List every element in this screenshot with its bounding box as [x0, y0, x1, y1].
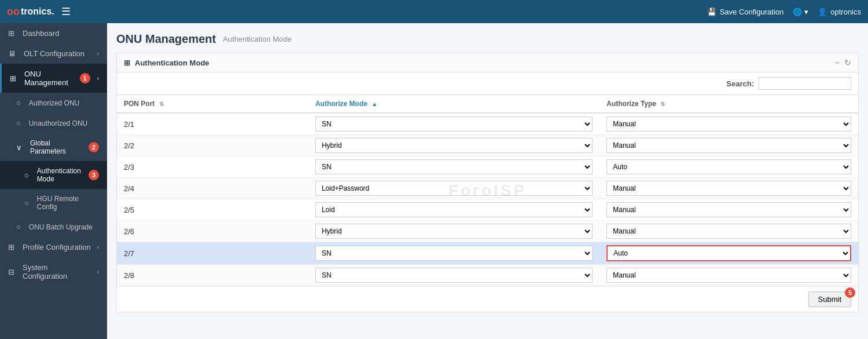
cell-authorize-type: ManualAuto — [599, 221, 858, 242]
cell-authorize-type: ManualAuto — [599, 178, 858, 199]
sidebar-item-onu-mgmt[interactable]: ⊞ ONU Management 1 ‹ — [0, 64, 107, 93]
card-title: ⊞ Authentication Mode — [124, 59, 209, 67]
sidebar-label-dashboard: Dashboard — [23, 29, 60, 38]
page-header: ONU Management Authentication Mode — [116, 32, 859, 46]
sidebar-label-hgu-remote: HGU Remote Config — [37, 195, 99, 211]
authorize-mode-select[interactable]: SNHybridLoidLoid+PasswordSN+Loid — [315, 246, 593, 261]
table-row: 2/7SNHybridLoidLoid+PasswordSN+LoidManua… — [117, 242, 858, 265]
cell-authorize-type: ManualAuto — [599, 199, 858, 221]
refresh-button[interactable]: ↻ — [844, 58, 851, 67]
submit-button[interactable]: Submit 5 — [808, 291, 851, 307]
cell-pon-port: 2/4 — [117, 178, 308, 199]
table-row: 2/4SNHybridLoidLoid+PasswordSN+LoidManua… — [117, 178, 858, 199]
profile-config-icon: ⊞ — [8, 243, 14, 251]
sidebar-item-system-config[interactable]: ⊟ System Configuration ‹ — [0, 257, 107, 286]
authorize-mode-sort-icon: ▲ — [372, 101, 377, 107]
sidebar-label-olt: OLT Configuration — [24, 49, 84, 58]
authorize-mode-select[interactable]: SNHybridLoidLoid+PasswordSN+Loid — [315, 138, 593, 153]
table-row: 2/3SNHybridLoidLoid+PasswordSN+LoidManua… — [117, 156, 858, 178]
system-config-chevron-icon: ‹ — [97, 269, 99, 275]
authorized-onu-icon: ○ — [16, 99, 21, 107]
table-wrapper: ForoISP PON Port ⇅ Authorize Mode ▲ — [117, 95, 858, 286]
global-params-badge: 2 — [89, 142, 99, 152]
search-label: Search: — [726, 79, 754, 88]
cell-authorize-mode: SNHybridLoidLoid+PasswordSN+Loid — [308, 242, 599, 265]
save-label: Save Configuration — [720, 8, 784, 16]
col-pon-port-label: PON Port — [124, 100, 155, 108]
cell-pon-port: 2/5 — [117, 199, 308, 221]
sidebar-item-profile-config[interactable]: ⊞ Profile Configuration ‹ — [0, 237, 107, 257]
profile-config-chevron-icon: ‹ — [97, 244, 99, 250]
cell-authorize-type: ManualAuto — [599, 135, 858, 156]
auth-mode-icon: ○ — [24, 171, 29, 180]
sidebar-item-dashboard[interactable]: ⊞ Dashboard — [0, 23, 107, 43]
pon-port-sort-icon: ⇅ — [159, 101, 164, 107]
submit-area: Submit 5 — [117, 286, 858, 312]
cell-pon-port: 2/3 — [117, 156, 308, 178]
authorize-mode-select[interactable]: SNHybridLoidLoid+PasswordSN+Loid — [315, 159, 593, 174]
table-row: 2/8SNHybridLoidLoid+PasswordSN+LoidManua… — [117, 265, 858, 286]
table-header-row: PON Port ⇅ Authorize Mode ▲ Authorize Ty… — [117, 95, 858, 113]
unauthorized-onu-icon: ○ — [16, 119, 21, 127]
navbar: oo tronics. ☰ 💾 Save Configuration 🌐 ▾ 👤… — [0, 0, 868, 23]
cell-authorize-mode: SNHybridLoidLoid+PasswordSN+Loid — [308, 221, 599, 242]
sidebar-item-olt-config[interactable]: 🖥 OLT Configuration ‹ — [0, 43, 107, 64]
cell-authorize-type: ManualAuto — [599, 265, 858, 286]
user-icon: 👤 — [818, 8, 827, 16]
sidebar-label-system-config: System Configuration — [23, 263, 93, 280]
hgu-remote-icon: ○ — [24, 199, 29, 207]
table-grid-icon: ⊞ — [124, 59, 130, 67]
col-authorize-type[interactable]: Authorize Type ⇅ — [599, 95, 858, 113]
authorize-mode-select[interactable]: SNHybridLoidLoid+PasswordSN+Loid — [315, 202, 593, 217]
save-configuration-button[interactable]: 💾 Save Configuration — [707, 8, 784, 16]
auth-mode-badge: 3 — [89, 170, 99, 180]
submit-badge: 5 — [845, 287, 855, 298]
authorize-mode-select[interactable]: SNHybridLoidLoid+PasswordSN+Loid — [315, 224, 593, 239]
cell-authorize-type: ManualAuto — [599, 113, 858, 135]
table-row: 2/2SNHybridLoidLoid+PasswordSN+LoidManua… — [117, 135, 858, 156]
onu-mgmt-badge: 1 — [80, 73, 90, 83]
onu-mgmt-chevron-icon: ‹ — [97, 75, 99, 82]
user-menu[interactable]: 👤 optronics — [818, 8, 861, 16]
authorize-type-select[interactable]: ManualAuto — [606, 138, 851, 153]
sidebar-item-unauthorized-onu[interactable]: ○ Unauthorized ONU — [0, 113, 107, 133]
cell-authorize-mode: SNHybridLoidLoid+PasswordSN+Loid — [308, 113, 599, 135]
col-pon-port[interactable]: PON Port ⇅ — [117, 95, 308, 113]
onu-batch-icon: ○ — [16, 223, 21, 231]
sidebar-item-hgu-remote[interactable]: ○ HGU Remote Config — [0, 189, 107, 217]
search-input[interactable] — [759, 77, 851, 90]
cell-pon-port: 2/6 — [117, 221, 308, 242]
language-selector[interactable]: 🌐 ▾ — [793, 8, 808, 16]
authorize-type-select[interactable]: ManualAuto — [606, 159, 851, 174]
search-bar: Search: — [117, 72, 858, 95]
authorize-type-select[interactable]: ManualAuto — [606, 224, 851, 239]
authorize-type-select[interactable]: ManualAuto — [606, 202, 851, 217]
cell-authorize-mode: SNHybridLoidLoid+PasswordSN+Loid — [308, 135, 599, 156]
page-subtitle: Authentication Mode — [223, 35, 292, 43]
sidebar-item-onu-batch[interactable]: ○ ONU Batch Upgrade — [0, 217, 107, 237]
sidebar-item-authorized-onu[interactable]: ○ Authorized ONU — [0, 93, 107, 113]
authorize-mode-select[interactable]: SNHybridLoidLoid+PasswordSN+Loid — [315, 181, 593, 196]
logo: oo tronics. — [7, 6, 54, 18]
authorize-type-select[interactable]: ManualAuto — [606, 245, 851, 261]
sidebar-item-auth-mode[interactable]: ○ Authentication Mode 3 — [0, 161, 107, 189]
cell-authorize-mode: SNHybridLoidLoid+PasswordSN+Loid — [308, 199, 599, 221]
page-title: ONU Management — [116, 32, 216, 46]
authorize-type-select[interactable]: ManualAuto — [606, 268, 851, 283]
authorize-mode-select[interactable]: SNHybridLoidLoid+PasswordSN+Loid — [315, 268, 593, 283]
minimize-button[interactable]: − — [835, 58, 840, 67]
sidebar-item-global-params[interactable]: ∨ Global Parameters 2 — [0, 133, 107, 161]
hamburger-icon[interactable]: ☰ — [61, 5, 71, 18]
cell-pon-port: 2/1 — [117, 113, 308, 135]
authorize-type-sort-icon: ⇅ — [660, 101, 665, 107]
sidebar-label-onu-batch: ONU Batch Upgrade — [29, 223, 93, 231]
authorize-mode-select[interactable]: SNHybridLoidLoid+PasswordSN+Loid — [315, 116, 593, 132]
col-authorize-mode[interactable]: Authorize Mode ▲ — [308, 95, 599, 113]
navbar-left: oo tronics. ☰ — [7, 5, 71, 18]
authorize-type-select[interactable]: ManualAuto — [606, 116, 851, 132]
cell-pon-port: 2/8 — [117, 265, 308, 286]
dashboard-icon: ⊞ — [8, 29, 14, 38]
authorize-type-select[interactable]: ManualAuto — [606, 181, 851, 196]
col-authorize-mode-label: Authorize Mode — [315, 100, 367, 108]
authentication-mode-card: ⊞ Authentication Mode − ↻ Search: ForoIS… — [116, 53, 859, 312]
